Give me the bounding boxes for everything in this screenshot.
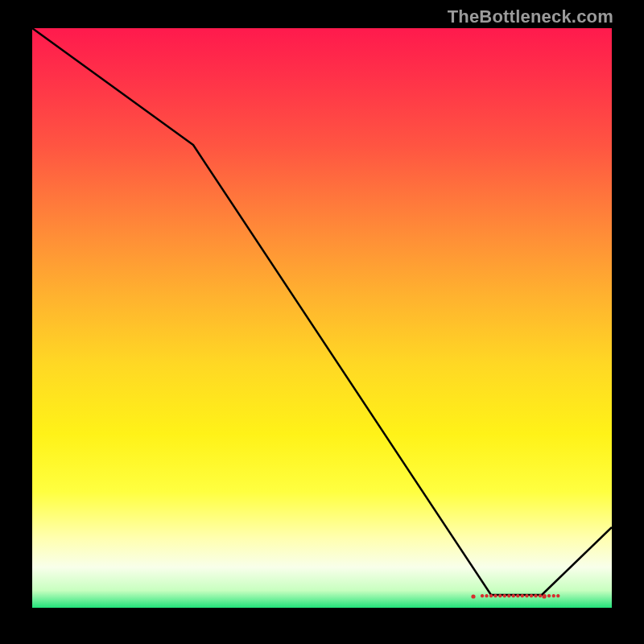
svg-point-0 bbox=[471, 594, 475, 598]
curve-line bbox=[32, 28, 612, 608]
curve-path bbox=[32, 28, 612, 595]
chart-frame: TheBottleneck.com ●●●●●●●●●●●●●●●●●● bbox=[0, 0, 644, 644]
curve-min-label: ●●●●●●●●●●●●●●●●●● bbox=[480, 591, 560, 600]
plot-area: ●●●●●●●●●●●●●●●●●● bbox=[32, 28, 612, 608]
watermark-text: TheBottleneck.com bbox=[448, 6, 613, 27]
